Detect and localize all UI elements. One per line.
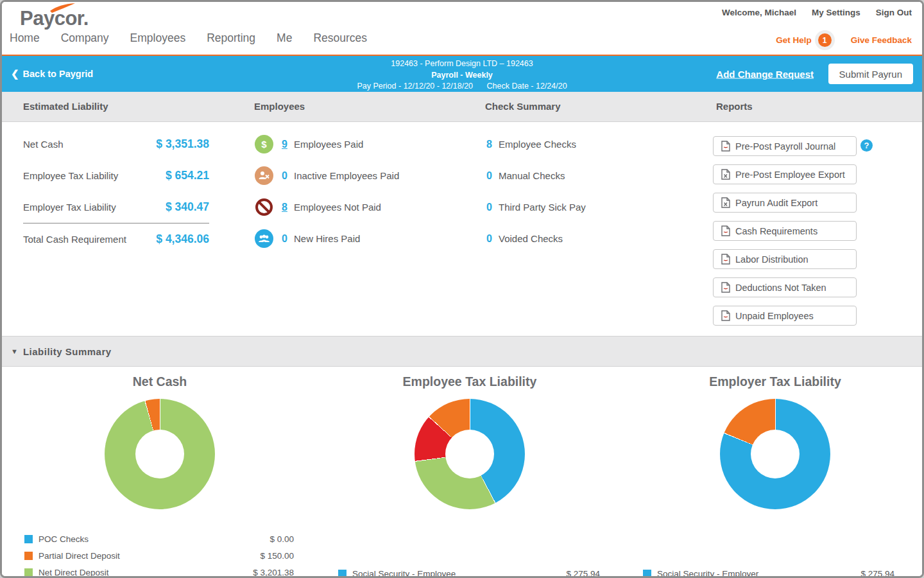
employee-tax-legend: Social Security - Employee $ 275.94 (338, 565, 600, 576)
legend-value: $ 150.00 (260, 551, 294, 561)
report-button-label: Labor Distribution (735, 254, 809, 265)
legend-swatch (643, 570, 651, 577)
total-cash-row: Total Cash Requirement $ 4,346.06 (23, 223, 209, 255)
employees-paid-count[interactable]: 9 (282, 139, 289, 150)
legend-swatch (24, 568, 33, 577)
legend-label: Social Security - Employee (352, 569, 456, 577)
sign-out-link[interactable]: Sign Out (876, 8, 912, 17)
report-pre-post-employee-export-button[interactable]: Pre-Post Employee Export (713, 164, 857, 184)
employees-not-paid-row: 8 Employees Not Paid (255, 191, 399, 223)
payrun-company-line: 192463 - Perform Design LTD – 192463 (351, 58, 572, 70)
inactive-employees-count: 0 (282, 170, 289, 182)
nav-employees[interactable]: Employees (130, 31, 186, 45)
report-labor-distribution-button[interactable]: Labor Distribution (713, 249, 857, 269)
add-change-request-link[interactable]: Add Change Request (716, 69, 814, 80)
payrun-info: 192463 - Perform Design LTD – 192463 Pay… (351, 58, 572, 92)
check-summary-header: Check Summary (464, 92, 695, 121)
legend-value: $ 0.00 (270, 534, 294, 544)
report-button-label: Pre-Post Employee Export (735, 170, 845, 180)
employer-tax-value: $ 340.47 (166, 200, 209, 214)
employees-column: $ 9 Employees Paid 0 Inactive Employees … (255, 128, 399, 254)
my-settings-link[interactable]: My Settings (812, 8, 860, 17)
nav-reporting[interactable]: Reporting (207, 31, 255, 45)
check-summary-column: 8 Employee Checks 0 Manual Checks 0 Thir… (486, 128, 586, 254)
employer-tax-label: Employer Tax Liability (23, 202, 116, 213)
question-mark-icon[interactable]: ? (860, 139, 873, 152)
report-payrun-audit-export-button[interactable]: Payrun Audit Export (713, 193, 857, 213)
third-party-sick-pay-row: 0 Third Party Sick Pay (486, 191, 586, 223)
employee-tax-label: Employee Tax Liability (23, 170, 118, 181)
employer-tax-row: Employer Tax Liability $ 340.47 (23, 191, 209, 223)
employee-tax-chart-title: Employee Tax Liability (341, 374, 598, 389)
submit-payrun-button[interactable]: Submit Payrun (828, 64, 913, 84)
payrun-bar: ❮ Back to Paygrid 192463 - Perform Desig… (2, 56, 922, 92)
pdf-file-icon (721, 141, 730, 152)
employee-checks-row: 8 Employee Checks (486, 128, 586, 160)
back-to-paygrid-link[interactable]: ❮ Back to Paygrid (11, 68, 93, 80)
user-links: Welcome, Michael My Settings Sign Out (722, 8, 912, 17)
report-button-label: Unpaid Employees (735, 311, 814, 321)
report-cash-requirements-button[interactable]: Cash Requirements (713, 221, 857, 241)
give-feedback-link[interactable]: Give Feedback (851, 35, 912, 45)
report-unpaid-employees-button[interactable]: Unpaid Employees (713, 306, 857, 326)
liability-charts-section: Net Cash Employee Tax Liability Employer… (2, 367, 922, 576)
inactive-employees-row: 0 Inactive Employees Paid (255, 160, 399, 191)
third-party-sick-pay-count: 0 (486, 202, 493, 213)
legend-swatch (24, 535, 33, 543)
chevron-left-icon: ❮ (11, 68, 19, 80)
employer-tax-legend: Social Security - Employer $ 275.94 (643, 565, 894, 576)
employees-paid-label: Employees Paid (294, 139, 363, 150)
voided-checks-count: 0 (486, 233, 493, 245)
top-header: Paycor. Home Company Employees Reporting… (2, 2, 922, 55)
net-cash-label: Net Cash (23, 139, 64, 150)
summary-column-headers: Estimated Liability Employees Check Summ… (2, 92, 922, 122)
app-window: Paycor. Home Company Employees Reporting… (0, 0, 924, 578)
employee-checks-label: Employee Checks (499, 139, 576, 150)
new-hires-count: 0 (282, 233, 289, 245)
pdf-file-icon (721, 225, 730, 236)
nav-home[interactable]: Home (10, 31, 40, 45)
main-nav: Home Company Employees Reporting Me Reso… (10, 31, 367, 45)
get-help-link[interactable]: Get Help (776, 35, 812, 45)
manual-checks-label: Manual Checks (499, 170, 565, 181)
legend-label: POC Checks (38, 534, 89, 544)
back-to-paygrid-label: Back to Paygrid (23, 69, 94, 79)
legend-swatch (338, 570, 346, 577)
employees-header: Employees (233, 92, 464, 121)
paycor-logo[interactable]: Paycor. (20, 7, 89, 30)
legend-label: Net Direct Deposit (38, 568, 109, 577)
report-button-label: Payrun Audit Export (735, 198, 817, 208)
reports-header: Reports (695, 92, 924, 121)
employees-not-paid-label: Employees Not Paid (294, 202, 381, 213)
paycor-swoosh-icon (49, 3, 76, 13)
report-deductions-not-taken-button[interactable]: Deductions Not Taken (713, 277, 857, 297)
nav-resources[interactable]: Resources (313, 31, 367, 45)
total-cash-value: $ 4,346.06 (156, 232, 209, 246)
total-cash-label: Total Cash Requirement (23, 234, 126, 245)
help-count-badge[interactable]: 1 (818, 33, 832, 47)
report-pre-post-payroll-journal-button[interactable]: Pre-Post Payroll Journal (713, 136, 857, 156)
nav-company[interactable]: Company (61, 31, 109, 45)
reports-column: Pre-Post Payroll Journal Pre-Post Employ… (713, 136, 857, 334)
net-cash-value: $ 3,351.38 (156, 137, 209, 151)
inactive-employees-label: Inactive Employees Paid (294, 170, 399, 181)
employee-tax-donut-chart (415, 399, 525, 509)
legend-row: Net Direct Deposit $ 3,201.38 (24, 564, 294, 576)
payrun-dates-line: Pay Period - 12/12/20 - 12/18/20 Check D… (351, 81, 572, 92)
third-party-sick-pay-label: Third Party Sick Pay (499, 202, 586, 213)
report-button-label: Cash Requirements (735, 226, 817, 236)
employees-not-paid-count[interactable]: 8 (282, 202, 289, 213)
pdf-file-icon (721, 282, 730, 293)
payrun-type-line: Payroll - Weekly (351, 70, 572, 82)
manual-checks-row: 0 Manual Checks (486, 160, 586, 191)
employer-tax-chart-title: Employer Tax Liability (647, 374, 903, 389)
pdf-file-icon (721, 254, 730, 265)
nav-me[interactable]: Me (277, 31, 292, 45)
excel-file-icon (721, 197, 730, 208)
employee-tax-row: Employee Tax Liability $ 654.21 (23, 160, 209, 191)
legend-value: $ 275.94 (860, 569, 894, 577)
liability-summary-toggle[interactable]: ▼ Liability Summary (2, 336, 922, 367)
employee-checks-count: 8 (486, 139, 493, 150)
net-cash-chart-title: Net Cash (31, 374, 288, 389)
welcome-user[interactable]: Welcome, Michael (722, 8, 796, 17)
